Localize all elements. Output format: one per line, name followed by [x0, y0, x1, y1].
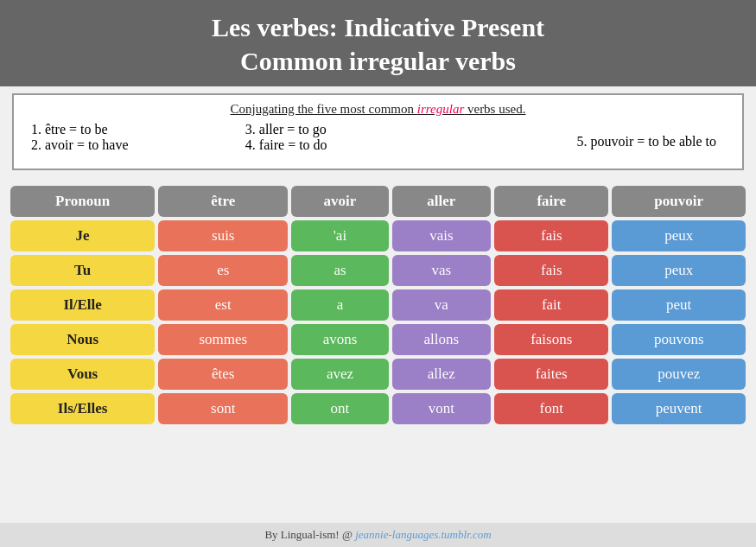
table-header: Pronoun être avoir aller faire pouvoir [10, 186, 746, 217]
intro-subtitle: Conjugating the five most common irregul… [26, 102, 730, 117]
header-avoir: avoir [291, 186, 388, 217]
cell-pouvoir: peut [612, 289, 746, 321]
cell-avoir: 'ai [291, 220, 388, 251]
verb-list-col2: 3. aller = to go 4. faire = to do [245, 122, 460, 162]
cell-pronoun: Il/Elle [10, 289, 155, 321]
intro-box: Conjugating the five most common irregul… [12, 93, 744, 170]
cell-etre: suis [158, 220, 288, 251]
cell-aller: vont [392, 393, 491, 424]
cell-faire: fait [494, 289, 608, 321]
cell-avoir: ont [291, 393, 388, 424]
cell-avoir: avons [291, 324, 388, 355]
cell-etre: sommes [158, 324, 288, 355]
cell-pouvoir: pouvez [612, 359, 746, 390]
cell-pouvoir: pouvons [612, 324, 746, 355]
cell-avoir: avez [291, 359, 388, 390]
header-row: Pronoun être avoir aller faire pouvoir [10, 186, 746, 217]
cell-avoir: as [291, 255, 388, 286]
footer-pre: By Lingual-ism! @ [264, 528, 355, 541]
verb-item-1: 1. être = to be [31, 122, 245, 137]
table-row: Tuesasvasfaispeux [10, 255, 746, 286]
cell-avoir: a [291, 289, 388, 321]
cell-faire: faites [494, 359, 608, 390]
table-row: Vousêtesavezallezfaitespouvez [10, 359, 746, 390]
verb-item-2: 2. avoir = to have [31, 137, 245, 153]
cell-faire: faisons [494, 324, 608, 355]
cell-etre: est [158, 289, 288, 321]
header-etre: être [158, 186, 288, 217]
cell-pronoun: Nous [10, 324, 155, 355]
cell-etre: sont [158, 393, 288, 424]
table-row: Jesuis'aivaisfaispeux [10, 220, 746, 251]
subtitle-post: verbs used. [464, 102, 525, 116]
cell-aller: va [392, 289, 491, 321]
header-pronoun: Pronoun [10, 186, 155, 217]
cell-etre: es [158, 255, 288, 286]
verb-item-3: 3. aller = to go [245, 122, 460, 137]
table-body: Jesuis'aivaisfaispeuxTuesasvasfaispeuxIl… [10, 220, 746, 424]
subtitle-italic: irregular [417, 102, 464, 116]
verb-list-col1: 1. être = to be 2. avoir = to have [31, 122, 245, 162]
verb-item-4: 4. faire = to do [245, 137, 460, 153]
cell-aller: allons [392, 324, 491, 355]
title-line2: Common irregular verbs [240, 47, 516, 75]
conjugation-table: Pronoun être avoir aller faire pouvoir J… [7, 182, 749, 428]
table-row: Ils/Ellessontontvontfontpeuvent [10, 393, 746, 424]
table-row: Noussommesavonsallonsfaisonspouvons [10, 324, 746, 355]
verb-item-5: 5. pouvoir = to be able to [460, 122, 716, 162]
cell-aller: allez [392, 359, 491, 390]
footer: By Lingual-ism! @ jeannie-languages.tumb… [0, 523, 756, 547]
header-aller: aller [392, 186, 491, 217]
verb-list: 1. être = to be 2. avoir = to have 3. al… [26, 122, 730, 162]
cell-faire: fais [494, 220, 608, 251]
cell-pouvoir: peuvent [612, 393, 746, 424]
table-row: Il/Elleestavafaitpeut [10, 289, 746, 321]
cell-pronoun: Je [10, 220, 155, 251]
cell-faire: fais [494, 255, 608, 286]
cell-aller: vas [392, 255, 491, 286]
header-faire: faire [494, 186, 608, 217]
page-header: Les verbes: Indicative Present Common ir… [0, 0, 756, 86]
footer-handle: jeannie-languages.tumblr.com [355, 528, 491, 541]
title: Les verbes: Indicative Present Common ir… [9, 10, 747, 78]
verb-list-col3: 5. pouvoir = to be able to [460, 122, 725, 162]
cell-pronoun: Tu [10, 255, 155, 286]
header-pouvoir: pouvoir [612, 186, 746, 217]
title-line1: Les verbes: Indicative Present [212, 13, 544, 41]
subtitle-pre: Conjugating the five most common [231, 102, 417, 116]
cell-faire: font [494, 393, 608, 424]
cell-aller: vais [392, 220, 491, 251]
cell-etre: êtes [158, 359, 288, 390]
cell-pouvoir: peux [612, 220, 746, 251]
cell-pronoun: Vous [10, 359, 155, 390]
cell-pouvoir: peux [612, 255, 746, 286]
cell-pronoun: Ils/Elles [10, 393, 155, 424]
